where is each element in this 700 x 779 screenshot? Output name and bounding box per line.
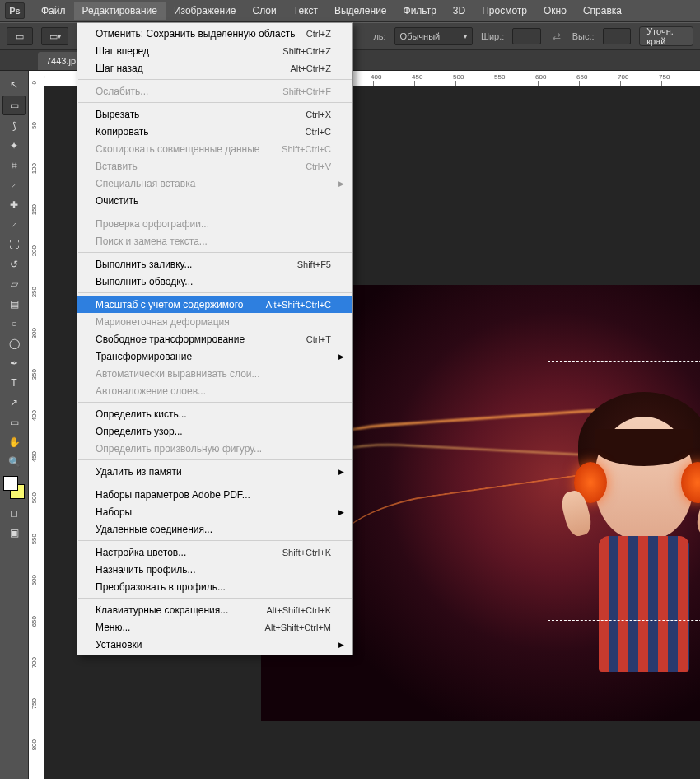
tool-eyedropper[interactable]: ⟋ — [3, 176, 25, 194]
tool-path[interactable]: ↗ — [3, 394, 25, 412]
menubar-item-3[interactable]: Слои — [245, 2, 285, 20]
tool-type[interactable]: T — [3, 374, 25, 392]
menu-item: Скопировать совмещенные данныеShift+Ctrl… — [77, 140, 352, 157]
blend-label: ль: — [373, 31, 385, 41]
menu-item: Поиск и замена текста... — [77, 232, 352, 250]
menubar-item-9[interactable]: Окно — [535, 2, 575, 20]
tool-history-brush[interactable]: ↺ — [3, 255, 25, 273]
tool-gradient[interactable]: ▤ — [3, 295, 25, 313]
width-input[interactable] — [512, 28, 541, 44]
menu-item[interactable]: Определить узор... — [77, 422, 352, 440]
menu-item[interactable]: Масштаб с учетом содержимогоAlt+Shift+Ct… — [77, 296, 352, 313]
menu-item: ВставитьCtrl+V — [77, 157, 352, 175]
menubar-item-10[interactable]: Справка — [575, 2, 630, 20]
menubar-item-0[interactable]: Файл — [33, 2, 74, 20]
menu-item[interactable]: Отменить: Сохранить выделенную областьCt… — [77, 25, 352, 42]
menu-item[interactable]: Выполнить заливку...Shift+F5 — [77, 255, 352, 273]
tool-magic-wand[interactable]: ✦ — [3, 137, 25, 155]
menu-item[interactable]: Клавиатурные сокращения...Alt+Shift+Ctrl… — [77, 601, 352, 618]
refine-edge-button[interactable]: Уточн. край — [639, 26, 693, 46]
marquee-shape-selector[interactable]: ▭ ▾ — [41, 27, 69, 45]
tool-preset-icon[interactable]: ▭ — [7, 27, 33, 45]
tool-pen[interactable]: ✒ — [3, 354, 25, 372]
width-label: Шир.: — [481, 31, 504, 41]
menu-item[interactable]: Свободное трансформированиеCtrl+T — [77, 330, 352, 348]
menu-item[interactable]: Шаг впередShift+Ctrl+Z — [77, 42, 352, 59]
menubar: Ps ФайлРедактированиеИзображениеСлоиТекс… — [0, 0, 700, 22]
tool-eraser[interactable]: ▱ — [3, 275, 25, 293]
menu-item[interactable]: Установки▶ — [77, 636, 352, 653]
menu-item[interactable]: Удалить из памяти▶ — [77, 463, 352, 480]
menubar-item-5[interactable]: Выделение — [326, 2, 395, 20]
menu-item[interactable]: Назначить профиль... — [77, 561, 352, 578]
tool-crop[interactable]: ⌗ — [3, 156, 25, 175]
toolbox: ↖▭⟆✦⌗⟋✚⟋⛶↺▱▤○◯✒T↗▭✋🔍 ◻ ▣ — [0, 71, 29, 779]
menu-item: Автоматически выравнивать слои... — [77, 365, 352, 382]
menubar-item-8[interactable]: Просмотр — [474, 2, 535, 20]
menu-item[interactable]: Наборы▶ — [77, 503, 352, 520]
menu-item[interactable]: Выполнить обводку... — [77, 273, 352, 290]
menu-item: Специальная вставка▶ — [77, 175, 352, 192]
tool-shape[interactable]: ▭ — [3, 413, 25, 431]
edit-menu-dropdown: Отменить: Сохранить выделенную областьCt… — [77, 22, 353, 655]
tool-zoom[interactable]: 🔍 — [3, 453, 25, 471]
menu-item[interactable]: Очистить — [77, 192, 352, 209]
tool-brush[interactable]: ⟋ — [3, 216, 25, 234]
blend-mode-select[interactable]: Обычный▾ — [394, 27, 473, 45]
menu-item[interactable]: Меню...Alt+Shift+Ctrl+M — [77, 618, 352, 636]
menu-item: Автоналожение слоев... — [77, 382, 352, 399]
menu-item[interactable]: КопироватьCtrl+C — [77, 123, 352, 140]
tool-healing[interactable]: ✚ — [3, 196, 25, 214]
swap-dimensions-icon[interactable]: ⇄ — [549, 28, 564, 44]
ruler-vertical: 0501001502002503003504004505005506006507… — [29, 71, 44, 779]
menubar-item-1[interactable]: Редактирование — [74, 2, 166, 20]
tool-marquee[interactable]: ▭ — [2, 96, 26, 115]
tool-hand[interactable]: ✋ — [3, 433, 25, 451]
menu-item[interactable]: Наборы параметров Adobe PDF... — [77, 486, 352, 503]
menu-item: Марионеточная деформация — [77, 313, 352, 330]
quickmask-icon[interactable]: ◻ — [3, 504, 25, 522]
menubar-item-6[interactable]: Фильтр — [395, 2, 445, 20]
menu-item[interactable]: ВырезатьCtrl+X — [77, 105, 352, 123]
tool-dodge[interactable]: ◯ — [3, 334, 25, 352]
menu-item[interactable]: Настройка цветов...Shift+Ctrl+K — [77, 543, 352, 561]
menubar-item-7[interactable]: 3D — [445, 2, 474, 20]
menu-item: Проверка орфографии... — [77, 215, 352, 232]
menubar-item-2[interactable]: Изображение — [166, 2, 245, 20]
menu-item[interactable]: Трансформирование▶ — [77, 348, 352, 365]
app-logo: Ps — [5, 2, 25, 19]
foreground-color[interactable] — [3, 476, 18, 491]
menu-item[interactable]: Определить кисть... — [77, 405, 352, 422]
menu-item[interactable]: Шаг назадAlt+Ctrl+Z — [77, 59, 352, 77]
tool-blur[interactable]: ○ — [3, 315, 25, 333]
menu-item[interactable]: Преобразовать в профиль... — [77, 578, 352, 595]
height-label: Выс.: — [572, 31, 595, 41]
menu-item: Определить произвольную фигуру... — [77, 440, 352, 457]
menu-item: Ослабить...Shift+Ctrl+F — [77, 82, 352, 100]
selection-marquee[interactable] — [548, 361, 700, 621]
menubar-item-4[interactable]: Текст — [285, 2, 326, 20]
color-wells[interactable] — [3, 476, 25, 499]
menu-item[interactable]: Удаленные соединения... — [77, 520, 352, 538]
tool-lasso[interactable]: ⟆ — [3, 117, 25, 135]
height-input[interactable] — [603, 28, 632, 44]
tool-stamp[interactable]: ⛶ — [3, 236, 25, 254]
screenmode-icon[interactable]: ▣ — [3, 524, 25, 542]
tool-move[interactable]: ↖ — [3, 76, 25, 94]
